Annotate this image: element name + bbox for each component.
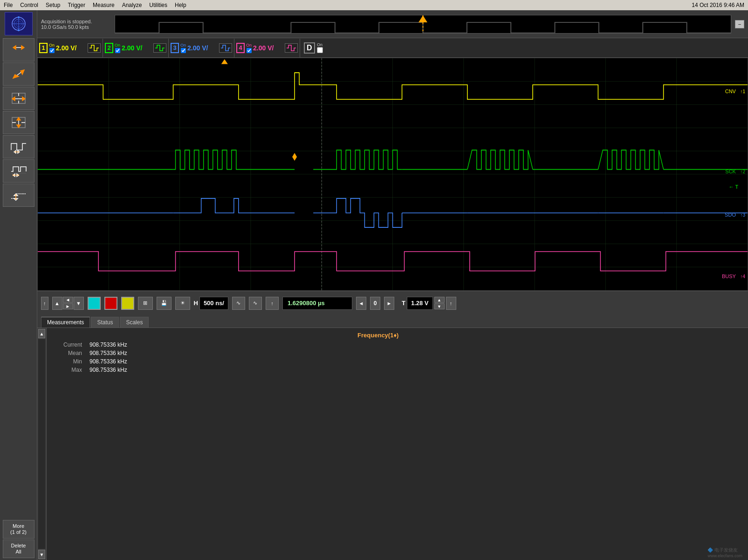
time-right-button[interactable]: ► bbox=[384, 297, 394, 310]
time-zero-button[interactable]: 0 bbox=[370, 297, 380, 310]
menu-utilities[interactable]: Utilities bbox=[149, 2, 167, 8]
more-button[interactable]: More (1 of 2) bbox=[3, 520, 34, 539]
pulse-measure-tool[interactable] bbox=[3, 135, 34, 158]
svg-marker-15 bbox=[22, 97, 25, 101]
wave-mode2[interactable]: ∿ bbox=[249, 297, 262, 310]
logo bbox=[5, 12, 33, 35]
ch2-checkbox[interactable] bbox=[115, 48, 120, 53]
ch4-on-label: On bbox=[246, 43, 252, 48]
channel3-block[interactable]: 3 On 2.00 V/ bbox=[169, 39, 234, 57]
menu-control[interactable]: Control bbox=[20, 2, 38, 8]
menu-file[interactable]: File bbox=[4, 2, 13, 8]
nav-buttons: ▲ ◄ ► ▼ bbox=[52, 297, 84, 310]
ch1-on-check[interactable]: On bbox=[49, 43, 55, 53]
nav-right-button[interactable]: ► bbox=[63, 303, 73, 309]
meas-label-min: Min bbox=[54, 358, 82, 365]
t-up-arrow[interactable]: ↑ bbox=[446, 297, 456, 310]
scroll-down-button[interactable]: ▼ bbox=[38, 550, 45, 559]
svg-marker-58 bbox=[221, 59, 228, 64]
tab-measurements[interactable]: Measurements bbox=[41, 317, 90, 328]
menu-trigger[interactable]: Trigger bbox=[68, 2, 85, 8]
channel2-block[interactable]: 2 On 2.00 V/ bbox=[103, 39, 169, 57]
delete-all-button[interactable]: Delete All bbox=[3, 540, 34, 558]
menu-items: File Control Setup Trigger Measure Analy… bbox=[4, 2, 186, 8]
tab-status[interactable]: Status bbox=[91, 317, 119, 328]
channel1-block[interactable]: 1 On 2.00 V/ bbox=[37, 39, 103, 57]
mode-icon1[interactable]: ⊞ bbox=[138, 297, 153, 310]
nav-up-button[interactable]: ▲ bbox=[52, 297, 62, 310]
menu-setup[interactable]: Setup bbox=[46, 2, 60, 8]
ch4-checkbox[interactable] bbox=[247, 48, 252, 53]
delete-label: Delete bbox=[11, 543, 26, 549]
menubar: File Control Setup Trigger Measure Analy… bbox=[0, 0, 748, 10]
nav-down-button[interactable]: ▼ bbox=[74, 297, 84, 310]
oscilloscope-display: ← T CNV ↑1 SCK ↑2 SDO ↑3 BUSY ↑4 bbox=[37, 58, 748, 291]
svg-marker-11 bbox=[21, 70, 24, 75]
horizontal-measure-tool[interactable] bbox=[3, 87, 34, 110]
ch2-on-check[interactable]: On bbox=[115, 43, 120, 53]
watermark-text2: www.elecfans.com bbox=[707, 553, 742, 558]
t-down-button[interactable]: ▼ bbox=[434, 303, 445, 309]
diagonal-tool[interactable] bbox=[3, 62, 34, 86]
trigger-up-button[interactable]: ↑ bbox=[41, 297, 48, 310]
d-checkbox[interactable] bbox=[317, 47, 323, 53]
t-up-button[interactable]: ▲ bbox=[434, 297, 445, 303]
svg-marker-27 bbox=[14, 150, 16, 153]
ch1-voltage: 2.00 V/ bbox=[56, 44, 86, 52]
yellow-button[interactable] bbox=[121, 297, 134, 310]
minimize-button[interactable]: – bbox=[735, 20, 744, 28]
d-on-check[interactable]: On bbox=[317, 42, 323, 53]
step-tool[interactable] bbox=[3, 184, 34, 207]
scroll-up-button[interactable]: ▲ bbox=[38, 329, 45, 338]
svg-text:↑4: ↑4 bbox=[740, 274, 745, 279]
ch2-on-label: On bbox=[115, 43, 120, 48]
channel4-block[interactable]: 4 On 2.00 V/ bbox=[234, 39, 300, 57]
meas-row-max: Max 908.75336 kHz bbox=[54, 367, 702, 373]
ch4-on-check[interactable]: On bbox=[246, 43, 252, 53]
ch1-wave-icon[interactable] bbox=[88, 43, 101, 53]
d-channel-block[interactable]: D On bbox=[300, 41, 327, 55]
cyan-button[interactable] bbox=[88, 297, 101, 310]
status-text: Acquisition is stopped. 10.0 GSa/s 50.0 … bbox=[41, 19, 111, 30]
vertical-measure-tool[interactable] bbox=[3, 111, 34, 134]
waveform-tool[interactable] bbox=[3, 159, 34, 183]
red-button[interactable] bbox=[104, 297, 117, 310]
arrow-tool[interactable] bbox=[3, 38, 34, 61]
t-label: T bbox=[402, 300, 405, 307]
more-label: More bbox=[13, 523, 24, 529]
svg-text:CNV: CNV bbox=[725, 89, 736, 94]
trigger-icon[interactable]: ↑ bbox=[266, 297, 279, 310]
ch4-voltage: 2.00 V/ bbox=[253, 44, 283, 52]
ch4-wave-icon[interactable] bbox=[285, 43, 298, 53]
ch2-wave-icon[interactable] bbox=[153, 43, 166, 53]
meas-row-current: Current 908.75336 kHz bbox=[54, 341, 702, 348]
menu-help[interactable]: Help bbox=[175, 2, 186, 8]
ch3-checkbox[interactable] bbox=[181, 48, 186, 53]
more-count: (1 of 2) bbox=[10, 529, 27, 535]
t-control: T 1.28 V ▲ ▼ ↑ bbox=[402, 297, 456, 310]
meas-val-max: 908.75336 kHz bbox=[89, 367, 145, 373]
tab-scales[interactable]: Scales bbox=[120, 317, 149, 328]
wave-mode1[interactable]: ∿ bbox=[232, 297, 245, 310]
time-left-button[interactable]: ◄ bbox=[356, 297, 366, 310]
nav-left-button[interactable]: ◄ bbox=[63, 297, 73, 303]
svg-marker-9 bbox=[13, 46, 16, 49]
mode-icon3[interactable]: ☀ bbox=[175, 297, 190, 310]
meas-label-current: Current bbox=[54, 341, 82, 348]
ch1-number: 1 bbox=[39, 43, 48, 53]
content: Acquisition is stopped. 10.0 GSa/s 50.0 … bbox=[37, 10, 748, 560]
ch3-number: 3 bbox=[171, 43, 179, 53]
ch1-on-label: On bbox=[49, 43, 55, 48]
time-display: 1.6290800 µs bbox=[282, 297, 352, 310]
meas-content: Frequency(1♦) Current 908.75336 kHz Mean… bbox=[47, 328, 709, 560]
menu-measure[interactable]: Measure bbox=[93, 2, 115, 8]
ch3-wave-icon[interactable] bbox=[219, 43, 232, 53]
mode-icon2[interactable]: 💾 bbox=[157, 297, 172, 310]
trigger-waveform bbox=[115, 15, 731, 34]
status-line2: 10.0 GSa/s 50.0 kpts bbox=[41, 24, 111, 30]
svg-marker-57 bbox=[292, 153, 297, 161]
ch1-checkbox[interactable] bbox=[49, 48, 55, 53]
ch3-on-check[interactable]: On bbox=[180, 43, 186, 53]
meas-label-mean: Mean bbox=[54, 350, 82, 356]
menu-analyze[interactable]: Analyze bbox=[122, 2, 142, 8]
